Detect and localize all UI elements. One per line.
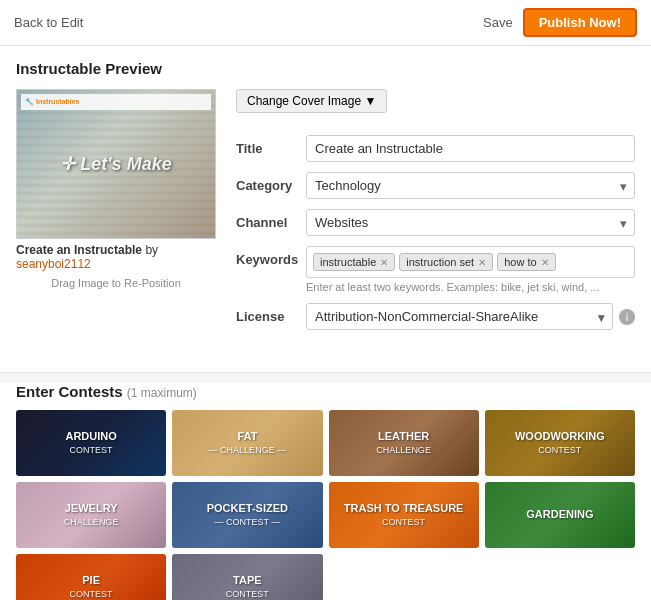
tape-label: TAPECONTEST	[226, 574, 269, 600]
license-info-icon[interactable]: i	[619, 309, 635, 325]
keyword-remove-instruction-set[interactable]: ✕	[478, 257, 486, 268]
contest-tile-trash[interactable]: TRASH TO TREASURECONTEST	[329, 482, 479, 548]
channel-row: Channel Websites	[236, 209, 635, 236]
top-bar-actions: Save Publish Now!	[483, 8, 637, 37]
license-field-wrapper: Attribution-NonCommercial-ShareAlike ▾ i	[306, 303, 635, 330]
pocket-label: POCKET-SIZED— CONTEST —	[207, 502, 288, 528]
contest-tile-leather[interactable]: LEATHERCHALLENGE	[329, 410, 479, 476]
save-button[interactable]: Save	[483, 15, 513, 30]
jewelry-label: JEWELRYCHALLENGE	[64, 502, 119, 528]
woodworking-label: WOODWORKINGCONTEST	[515, 430, 605, 456]
keyword-remove-how-to[interactable]: ✕	[541, 257, 549, 268]
drag-text: Drag Image to Re-Position	[16, 277, 216, 289]
preview-content: 🔧 Instructables ✛ Let's Make Create an I…	[16, 89, 635, 340]
channel-field-wrapper: Websites	[306, 209, 635, 236]
contest-tile-pie[interactable]: PIECONTEST	[16, 554, 166, 600]
logo-bar: 🔧 Instructables	[21, 94, 211, 110]
contest-tile-jewelry[interactable]: JEWELRYCHALLENGE	[16, 482, 166, 548]
contests-section: Enter Contests (1 maximum) ARDUINOCONTES…	[0, 383, 651, 600]
keyword-tag-instruction-set: instruction set ✕	[399, 253, 493, 271]
form-area: Change Cover Image ▼ Title Category Tech…	[236, 89, 635, 340]
caption-by: by	[145, 243, 158, 257]
keywords-label: Keywords	[236, 246, 306, 267]
category-row: Category Technology	[236, 172, 635, 199]
title-input[interactable]	[306, 135, 635, 162]
keywords-hint: Enter at least two keywords. Examples: b…	[306, 281, 635, 293]
keywords-box[interactable]: instructable ✕ instruction set ✕ how to …	[306, 246, 635, 278]
contest-tile-tape[interactable]: TAPECONTEST	[172, 554, 322, 600]
contest-tile-woodworking[interactable]: WOODWORKINGCONTEST	[485, 410, 635, 476]
contest-tile-arduino[interactable]: ARDUINOCONTEST	[16, 410, 166, 476]
title-label: Title	[236, 135, 306, 156]
leather-label: LEATHERCHALLENGE	[376, 430, 431, 456]
contests-grid: ARDUINOCONTEST FAT— CHALLENGE — LEATHERC…	[16, 410, 635, 600]
license-label: License	[236, 303, 306, 324]
channel-select[interactable]: Websites	[306, 209, 635, 236]
preview-title: Instructable Preview	[16, 60, 635, 77]
keyword-text: instructable	[320, 256, 376, 268]
keyword-tag-instructable: instructable ✕	[313, 253, 395, 271]
caption-author[interactable]: seanyboi2112	[16, 257, 91, 271]
change-cover-button[interactable]: Change Cover Image ▼	[236, 89, 387, 113]
fat-label: FAT— CHALLENGE —	[209, 430, 287, 456]
category-select[interactable]: Technology	[306, 172, 635, 199]
title-field-wrapper	[306, 135, 635, 162]
contest-tile-fat[interactable]: FAT— CHALLENGE —	[172, 410, 322, 476]
keywords-field-wrapper: instructable ✕ instruction set ✕ how to …	[306, 246, 635, 293]
trash-label: TRASH TO TREASURECONTEST	[344, 502, 464, 528]
category-field-wrapper: Technology	[306, 172, 635, 199]
contest-tile-pocket[interactable]: POCKET-SIZED— CONTEST —	[172, 482, 322, 548]
channel-label: Channel	[236, 209, 306, 230]
pie-label: PIECONTEST	[70, 574, 113, 600]
keyword-text: instruction set	[406, 256, 474, 268]
category-label: Category	[236, 172, 306, 193]
preview-image-area: 🔧 Instructables ✛ Let's Make Create an I…	[16, 89, 216, 340]
license-select-wrapper: Attribution-NonCommercial-ShareAlike ▾	[306, 303, 613, 330]
contests-title-text: Enter Contests	[16, 383, 123, 400]
logo-text: 🔧 Instructables	[25, 98, 80, 106]
back-to-edit-link[interactable]: Back to Edit	[14, 15, 83, 30]
contests-max-note: (1 maximum)	[127, 386, 197, 400]
license-row: License Attribution-NonCommercial-ShareA…	[236, 303, 635, 330]
contest-tile-gardening[interactable]: GARDENING	[485, 482, 635, 548]
caption-title: Create an Instructable	[16, 243, 142, 257]
top-bar: Back to Edit Save Publish Now!	[0, 0, 651, 46]
contests-title: Enter Contests (1 maximum)	[16, 383, 635, 400]
title-row: Title	[236, 135, 635, 162]
publish-now-button[interactable]: Publish Now!	[523, 8, 637, 37]
keywords-row: Keywords instructable ✕ instruction set …	[236, 246, 635, 293]
license-select[interactable]: Attribution-NonCommercial-ShareAlike	[306, 303, 613, 330]
preview-section: Instructable Preview 🔧 Instructables ✛ L…	[0, 46, 651, 373]
preview-center-text: ✛ Let's Make	[60, 153, 171, 175]
keyword-tag-how-to: how to ✕	[497, 253, 555, 271]
gardening-label: GARDENING	[526, 508, 593, 521]
arduino-label: ARDUINOCONTEST	[65, 430, 116, 456]
preview-image-box: 🔧 Instructables ✛ Let's Make	[16, 89, 216, 239]
keyword-text: how to	[504, 256, 536, 268]
preview-caption: Create an Instructable by seanyboi2112	[16, 243, 216, 271]
license-row-inner: Attribution-NonCommercial-ShareAlike ▾ i	[306, 303, 635, 330]
keyword-remove-instructable[interactable]: ✕	[380, 257, 388, 268]
